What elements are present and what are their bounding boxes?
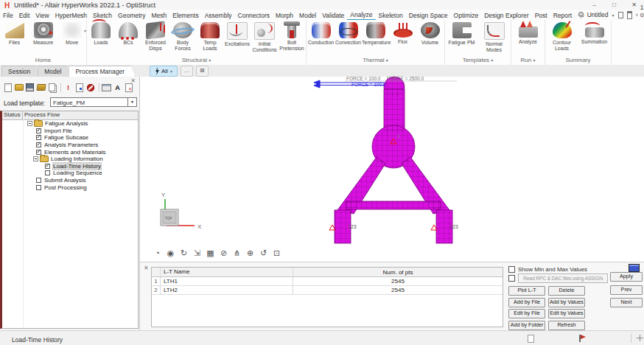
copy-icon[interactable] (47, 83, 57, 92)
menu-skeleton[interactable]: Skeleton (376, 10, 406, 20)
entity-more-button[interactable]: … (181, 66, 193, 77)
edit-by-file-button[interactable]: Edit by File (508, 309, 545, 318)
ribbon-item-enforced-disps[interactable]: Enforced Disps (142, 22, 169, 57)
checkbox-checked-icon[interactable] (36, 150, 41, 155)
menu-validate[interactable]: Validate (319, 10, 347, 20)
tab-session[interactable]: Session (1, 66, 41, 77)
session-selector[interactable]: Untitled (587, 11, 609, 18)
ribbon-group-label-structural[interactable]: Structural ▾ (87, 57, 306, 65)
move-cross-icon[interactable] (637, 335, 643, 341)
ribbon-item-convection[interactable]: Convection (335, 22, 362, 57)
font-icon[interactable]: A (113, 83, 122, 92)
ribbon-item-initial-conditions[interactable]: Initial Conditions (251, 22, 279, 57)
monitor-icon[interactable] (629, 264, 640, 272)
model-canvas[interactable]: FORCE = 100.0 FORCE = 2500.0 FORCE = 100… (309, 73, 472, 245)
triad-toggle-icon[interactable]: ⋔ (231, 248, 242, 258)
checkbox-unchecked-icon[interactable] (36, 185, 41, 190)
checkbox-checked-icon[interactable] (45, 164, 50, 169)
ribbon-item-analyze[interactable]: Analyze (512, 22, 545, 57)
menu-mesh[interactable]: Mesh (148, 10, 169, 20)
apply-button[interactable]: Apply (610, 272, 643, 282)
ribbon-item-excitations[interactable]: Excitations (224, 22, 251, 57)
ribbon-item-normal-modes[interactable]: Normal Modes (478, 22, 511, 57)
table-row[interactable]: 2 LTH2 2545 (152, 286, 503, 295)
menu-elements[interactable]: Elements (169, 10, 201, 20)
add-by-folder-button[interactable]: Add by Folder (508, 321, 545, 330)
ribbon-item-flux[interactable]: Flux (389, 22, 416, 57)
tab-process-manager[interactable]: Process Manager (69, 66, 136, 77)
view-triad[interactable]: Y X TOP (152, 190, 211, 239)
ribbon-item-volume[interactable]: Volume (416, 22, 444, 57)
menu-design-explorer[interactable]: Design Explorer (481, 10, 531, 20)
view-sphere-icon[interactable]: ◔ (152, 248, 163, 258)
spin-view-icon[interactable]: ↺ (258, 248, 269, 258)
true-view-icon[interactable]: ◉ (165, 248, 176, 258)
entity-filter-button[interactable]: All ▾ (150, 66, 178, 77)
save-template-icon[interactable] (25, 83, 35, 92)
dropdown-arrow-icon[interactable]: ▼ (127, 98, 136, 106)
lock-view-icon[interactable]: ⊡ (271, 248, 282, 258)
add-by-values-button[interactable]: Add by Values (548, 298, 585, 307)
ribbon-item-summation[interactable]: Summation (578, 22, 611, 57)
run-task-icon[interactable]: ! (63, 83, 73, 92)
graphics-viewport[interactable]: FORCE = 100.0 FORCE = 2500.0 FORCE = 100… (140, 77, 644, 262)
checkbox-checked-icon[interactable] (36, 135, 41, 140)
wireframe-icon[interactable]: ⊘ (218, 248, 229, 258)
checkbox-checked-icon[interactable] (36, 128, 41, 133)
ribbon-item-bcs[interactable]: BCs (115, 22, 142, 57)
next-button[interactable]: Next (610, 298, 643, 307)
menu-optimize[interactable]: Optimize (451, 10, 482, 20)
ribbon-item-bolt-pretension[interactable]: Bolt Pretension (279, 22, 306, 57)
ribbon-group-label-templates[interactable]: Templates ▾ (445, 57, 511, 65)
checkbox-checked-icon[interactable] (36, 142, 41, 147)
page-layout-icon[interactable] (627, 11, 632, 19)
clear-document-icon[interactable] (124, 83, 133, 92)
menu-morph[interactable]: Morph (273, 10, 296, 20)
tab-model[interactable]: Model (38, 66, 72, 77)
ribbon-group-label-run[interactable]: Run ▾ (511, 57, 545, 65)
add-by-file-button[interactable]: Add by File (508, 298, 545, 307)
fit-view-icon[interactable]: ⇲ (192, 248, 203, 258)
ribbon-item-fatigue-pm[interactable]: Fatigue PM (446, 22, 478, 57)
table-row[interactable]: 1 LTH1 2545 (152, 277, 503, 286)
rotate-view-icon[interactable]: ↻ (178, 248, 189, 258)
menu-geometry[interactable]: Geometry (115, 10, 148, 20)
edit-by-values-button[interactable]: Edit by Values (548, 309, 585, 318)
clipboard-icon[interactable] (528, 335, 534, 343)
menu-edit[interactable]: Edit (16, 10, 33, 20)
ribbon-item-temperature[interactable]: Temperature (362, 22, 389, 57)
ribbon-item-move[interactable]: Move▾ (57, 22, 86, 57)
menu-hypermesh[interactable]: HyperMesh (52, 10, 90, 20)
panel-view-icon[interactable] (102, 83, 111, 92)
ribbon-item-temp-loads[interactable]: Temp Loads (197, 22, 224, 57)
report-icon[interactable] (74, 83, 84, 92)
shaded-mesh-icon[interactable]: ▦ (205, 248, 216, 258)
menu-report[interactable]: Report (550, 10, 575, 20)
menu-connectors[interactable]: Connectors (235, 10, 273, 20)
menu-post[interactable]: Post (532, 10, 550, 20)
plot-lt-button[interactable]: Plot L-T (508, 286, 545, 296)
open-template-icon[interactable] (14, 83, 24, 92)
pager-prev-icon[interactable]: ‹ (636, 11, 638, 18)
collapse-icon[interactable] (27, 121, 32, 126)
stop-icon[interactable] (85, 83, 95, 92)
ribbon-item-body-forces[interactable]: Body Forces (169, 22, 197, 57)
ribbon-item-loads[interactable]: Loads (88, 22, 115, 57)
checkbox-unchecked-icon[interactable] (508, 266, 515, 273)
zoom-lens-icon[interactable]: ⊕ (245, 248, 256, 258)
menu-sketch[interactable]: Sketch (90, 10, 115, 20)
menu-model[interactable]: Model (296, 10, 319, 20)
ribbon-group-label-thermal[interactable]: Thermal ▾ (307, 57, 444, 65)
collapse-icon[interactable] (33, 156, 38, 161)
delete-button[interactable]: Delete (548, 286, 585, 296)
ribbon-item-measure[interactable]: Measure (29, 22, 57, 57)
select-view-icon[interactable] (618, 12, 623, 18)
entity-close-button[interactable]: ⊠ (196, 66, 209, 77)
menu-design-space[interactable]: Design Space (406, 10, 451, 20)
ribbon-item-files[interactable]: Files (0, 22, 29, 57)
menu-file[interactable]: File (0, 10, 16, 20)
new-template-icon[interactable] (3, 83, 13, 92)
ribbon-item-conduction[interactable]: Conduction (307, 22, 335, 57)
menu-view[interactable]: View (32, 10, 52, 20)
chevron-down-icon[interactable]: ▾ (84, 28, 86, 33)
